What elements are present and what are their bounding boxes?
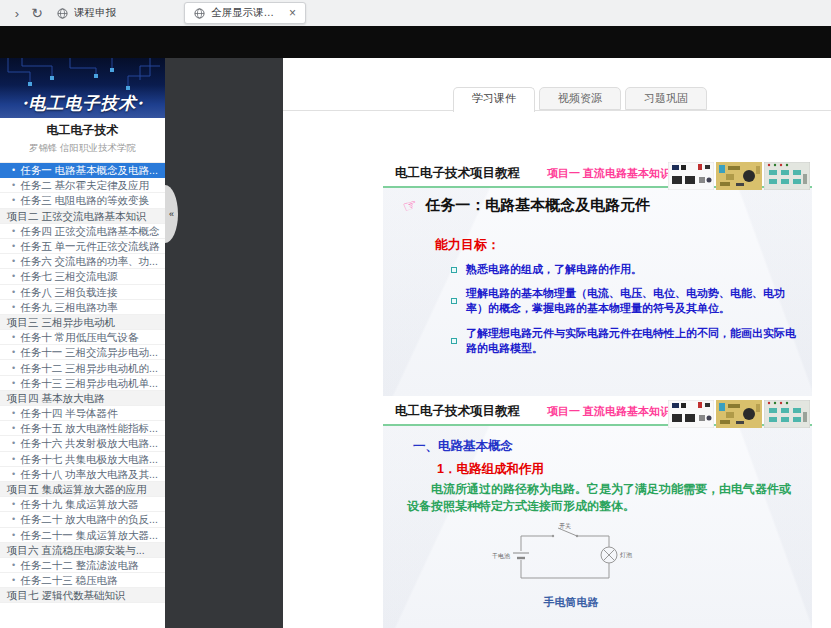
close-icon[interactable]: × — [289, 7, 296, 19]
circuit-photo-pcb-yellow — [716, 400, 762, 428]
sidebar-item[interactable]: • 任务十六 共发射极放大电路... — [0, 436, 165, 451]
bullet-icon: • — [12, 361, 15, 375]
bullet-icon: • — [12, 452, 15, 466]
sidebar-item[interactable]: • 任务十九 集成运算放大器 — [0, 497, 165, 512]
slide-header-photos — [668, 162, 810, 190]
browser-tab-course-declaration[interactable]: 课程申报 — [48, 2, 176, 24]
square-bullet-icon — [451, 267, 457, 273]
sidebar-item[interactable]: • 任务二十三 稳压电路 — [0, 573, 165, 588]
bullet-icon: • — [12, 421, 15, 435]
lamp-symbol — [601, 547, 617, 563]
slide-header-title: 电工电子技术项目教程 — [395, 403, 520, 420]
sidebar-item[interactable]: • 任务十五 放大电路性能指标... — [0, 421, 165, 436]
sidebar-item[interactable]: • 任务十八 功率放大电路及其... — [0, 467, 165, 482]
sidebar-item[interactable]: • 任务四 正弦交流电路基本概念 — [0, 224, 165, 239]
bullet-icon: • — [12, 178, 15, 192]
sidebar-item[interactable]: • 任务十三 三相异步电动机单... — [0, 376, 165, 391]
battery-symbol — [513, 553, 529, 558]
bullet-icon: • — [12, 163, 15, 177]
pointing-hand-icon: ☞ — [400, 194, 420, 217]
bullet-icon: • — [12, 300, 15, 314]
battery-label: 干电池 — [491, 552, 510, 560]
slide-header-project: 项目一 直流电路基本知识 — [547, 166, 671, 181]
sidebar-collapse-handle[interactable]: « — [165, 185, 178, 243]
objective-bullet-list: 熟悉电路的组成，了解电路的作用。 理解电路的基本物理量（电流、电压、电位、电动势… — [451, 262, 799, 365]
content-tab[interactable]: 习题巩固 — [625, 87, 707, 110]
bullet-icon: • — [12, 376, 15, 390]
sidebar-item[interactable]: • 项目二 正弦交流电路基本知识 — [0, 209, 165, 224]
bullet-icon: • — [12, 269, 15, 283]
bullet-icon: • — [12, 193, 15, 207]
section-heading-2: 1．电路组成和作用 — [437, 461, 544, 478]
slide-header-title: 电工电子技术项目教程 — [395, 165, 520, 182]
sidebar-item[interactable]: • 项目五 集成运算放大器的应用 — [0, 482, 165, 497]
sidebar-item[interactable]: • 项目三 三相异步电动机 — [0, 315, 165, 330]
content-panel: 学习课件 视频资源 习题巩固 电工电子技术项目教程 项目一 直流电路基本知识 — [283, 58, 831, 628]
refresh-icon[interactable]: ↻ — [28, 4, 46, 22]
black-strip — [0, 26, 831, 58]
sidebar-item[interactable]: • 任务十七 共集电极放大电路... — [0, 452, 165, 467]
sidebar-item[interactable]: • 任务三 电阻电路的等效变换 — [0, 193, 165, 208]
bullet-icon: • — [12, 528, 15, 542]
sidebar-item[interactable]: • 任务二十二 整流滤波电路 — [0, 558, 165, 573]
square-bullet-icon — [451, 298, 457, 304]
sidebar-item[interactable]: • 任务十一 三相交流异步电动... — [0, 345, 165, 360]
circuit-photo-board-gray — [764, 400, 810, 428]
bullet-icon: • — [12, 254, 15, 268]
sidebar-item[interactable]: • 任务七 三相交流电源 — [0, 269, 165, 284]
sidebar-item[interactable]: • 任务十 常用低压电气设备 — [0, 330, 165, 345]
bullet-icon: • — [12, 558, 15, 572]
sidebar-item[interactable]: • 任务一 电路基本概念及电路... — [0, 163, 165, 178]
browser-tab-label: 课程申报 — [74, 6, 167, 20]
bullet-icon: • — [12, 239, 15, 253]
slide-2: 电工电子技术项目教程 项目一 直流电路基本知识 — [383, 398, 812, 628]
section-heading-1: 一、电路基本概念 — [413, 438, 513, 455]
sidebar-item[interactable]: • 任务二十 放大电路中的负反... — [0, 512, 165, 527]
circuit-photo-components — [668, 162, 714, 190]
content-tab[interactable]: 视频资源 — [539, 87, 621, 110]
diagram-caption: 手电筒电路 — [491, 595, 651, 610]
banner-title: ·电工电子技术· — [0, 92, 165, 115]
objective-bullet: 了解理想电路元件与实际电路元件在电特性上的不同，能画出实际电路的电路模型。 — [451, 326, 799, 356]
course-sidebar: ·电工电子技术· 电工电子技术 罗锦锋 信阳职业技术学院 • 任务一 电路基本概… — [0, 58, 165, 628]
course-author: 罗锦锋 信阳职业技术学院 — [0, 142, 165, 155]
sidebar-item[interactable]: • 任务二十一 集成运算放大器... — [0, 528, 165, 543]
slide-header-photos — [668, 400, 810, 428]
sidebar-item[interactable]: • 任务五 单一元件正弦交流线路 — [0, 239, 165, 254]
bullet-icon: • — [12, 573, 15, 587]
chapter-nav-list: • 任务一 电路基本概念及电路... • 任务二 基尔霍夫定律及应用 • 任务三… — [0, 162, 165, 603]
objective-bullet: 理解电路的基本物理量（电流、电压、电位、电动势、电能、电功率）的概念，掌握电路的… — [451, 286, 799, 316]
bullet-icon: • — [12, 436, 15, 450]
bullet-icon: • — [12, 224, 15, 238]
lamp-label: 灯泡 — [620, 552, 632, 559]
slide-1: 电工电子技术项目教程 项目一 直流电路基本知识 — [383, 160, 812, 396]
sidebar-item[interactable]: • 任务九 三相电路功率 — [0, 300, 165, 315]
course-title: 电工电子技术 — [0, 122, 165, 139]
content-tabs: 学习课件 视频资源 习题巩固 — [453, 87, 707, 112]
content-tab[interactable]: 学习课件 — [453, 87, 535, 112]
bullet-icon: • — [12, 467, 15, 481]
bullet-icon: • — [12, 406, 15, 420]
sidebar-item[interactable]: • 项目六 直流稳压电源安装与... — [0, 543, 165, 558]
sidebar-item[interactable]: • 任务十四 半导体器件 — [0, 406, 165, 421]
circuit-photo-board-gray — [764, 162, 810, 190]
slide-title-text: 任务一：电路基本概念及电路元件 — [425, 196, 650, 215]
sidebar-item[interactable]: • 任务二 基尔霍夫定律及应用 — [0, 178, 165, 193]
course-banner-image: ·电工电子技术· — [0, 58, 165, 118]
slide-header-project: 项目一 直流电路基本知识 — [547, 404, 671, 419]
circuit-photo-pcb-yellow — [716, 162, 762, 190]
forward-icon[interactable]: › — [8, 4, 26, 22]
browser-toolbar: › ↻ 课程申报 全屏显示课程 章节 × — [0, 0, 831, 26]
sidebar-item[interactable]: • 任务六 交流电路的功率、功... — [0, 254, 165, 269]
switch-contact — [552, 535, 554, 537]
browser-tab-fullscreen-course[interactable]: 全屏显示课程 章节 × — [184, 2, 306, 24]
sidebar-item[interactable]: • 任务十二 三相异步电动机的... — [0, 360, 165, 375]
sidebar-item[interactable]: • 任务八 三相负载连接 — [0, 285, 165, 300]
sidebar-item[interactable]: • 项目七 逻辑代数基础知识 — [0, 588, 165, 603]
ability-goal-heading: 能力目标： — [435, 236, 500, 254]
switch-contact — [576, 535, 578, 537]
bullet-icon: • — [12, 345, 15, 359]
bullet-icon: • — [12, 285, 15, 299]
sidebar-item[interactable]: • 项目四 基本放大电路 — [0, 391, 165, 406]
globe-icon — [194, 8, 205, 19]
